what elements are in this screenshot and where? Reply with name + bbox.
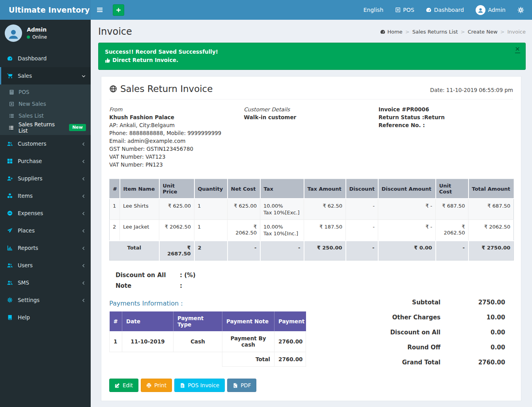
alert-line2: Direct Return Invoice. [112,57,178,63]
plus-icon [116,8,121,13]
sidebar-item-sales-returns-list[interactable]: Sales Returns List New [0,122,91,133]
sidebar-item-label: SMS [18,279,29,286]
breadcrumb-home[interactable]: Home [380,29,402,35]
col-tax-amount: Tax Amount [304,179,346,199]
user-icon [7,28,19,40]
sidebar-item-suppliers[interactable]: Suppliers [0,170,91,187]
from-name: Khush Fashion Palace [109,113,244,121]
bar-chart-icon [6,245,13,251]
col-net-cost: Net Cost [228,179,260,199]
sidebar-item-reports[interactable]: Reports [0,239,91,257]
chevron-down-icon [82,73,86,79]
paper-plane-icon [6,228,13,233]
app-brand[interactable]: Ultimate Inventory [0,0,91,20]
minus-circle-icon [6,210,13,216]
new-badge: New [69,124,86,131]
hamburger-icon [97,7,103,13]
chevron-left-icon [82,210,86,216]
summary-other-charges: Other Charges 10.00 [365,310,505,325]
return-status: Return Status :Return [379,113,513,121]
sidebar-item-label: New Sales [19,101,46,107]
sidebar-item-help[interactable]: Help [0,309,91,326]
nav-dashboard-link[interactable]: Dashboard [426,7,464,13]
quick-add-button[interactable] [113,4,124,16]
chevron-left-icon [82,297,86,303]
col-unit-price: Unit Price [159,179,194,199]
globe-icon [109,85,117,93]
sidebar-item-users[interactable]: Users [0,257,91,274]
note-row: Note : [109,282,513,289]
pos-invoice-button[interactable]: POS Invoice [174,379,225,392]
chevron-left-icon [82,175,86,182]
page-title: Invoice [98,26,132,37]
language-label: English [363,7,383,13]
payment-row-1: 1 11-10-2019 Cash Payment By cash 2760.0… [110,331,306,352]
nav-dashboard-label: Dashboard [434,7,464,13]
sidebar-item-label: Places [18,227,35,234]
plus-square-icon [8,101,15,107]
sidebar-item-sms[interactable]: SMS [0,274,91,291]
success-alert: Success!! Record Saved Successfully! Dir… [98,43,526,70]
list-icon [8,125,15,130]
sidebar-item-new-sales[interactable]: New Sales [0,98,91,110]
note-value: : [180,282,182,289]
user-icon [478,8,483,13]
thumbs-up-icon [105,57,110,63]
user-name: Admin [27,26,47,33]
sidebar-item-customers[interactable]: Customers [0,135,91,152]
from-label: From [109,105,244,113]
edit-icon [115,383,120,388]
item-row-2: 2 Lee Jacket ₹ 2062.50 1 ₹ 2062.50 10.00… [110,220,514,241]
sidebar-item-expenses[interactable]: Expenses [0,204,91,222]
pdf-button[interactable]: PDF [227,379,256,392]
online-status-dot [27,36,30,39]
invoice-date: Date: 11-10-2019 06:55:09 pm [430,87,513,94]
nav-pos-link[interactable]: POS [395,7,414,13]
avatar [5,24,22,42]
sidebar-item-items[interactable]: Items [0,187,91,204]
breadcrumb-create-new[interactable]: Create New [468,29,498,35]
sidebar-item-label: Settings [18,297,39,303]
customer-block: Customer Details Walk-in customer [244,105,378,169]
chevron-left-icon [82,245,86,251]
items-total-row: Total ₹ 2687.50 2 - - ₹ 250.00 - ₹ 0.00 … [110,241,514,261]
items-header-row: # Item Name Unit Price Quantity Net Cost… [110,179,514,199]
col-tax: Tax [260,179,304,199]
col-item-name: Item Name [120,179,159,199]
summary-grand-total: Grand Total 2760.00 [365,355,505,370]
avatar [476,5,485,15]
sidebar-item-sales-list[interactable]: Sales List [0,110,91,122]
language-menu[interactable]: English [363,7,383,13]
col-discount-amount: Discount Amount [378,179,436,199]
chevron-left-icon [82,193,86,199]
note-label: Note [116,282,180,289]
sidebar-toggle-button[interactable] [91,0,109,20]
grid-icon [6,158,13,164]
edit-button[interactable]: Edit [109,379,138,392]
sidebar-item-sales[interactable]: Sales [0,67,91,84]
top-navbar: Ultimate Inventory English POS Dashboard… [0,0,532,20]
sidebar-item-settings[interactable]: Settings [0,291,91,309]
close-icon[interactable]: × [515,46,520,53]
sidebar-item-places[interactable]: Places [0,222,91,239]
settings-menu[interactable] [517,7,524,13]
sidebar-item-dashboard[interactable]: Dashboard [0,50,91,67]
sidebar-item-pos[interactable]: POS [0,86,91,98]
cart-icon [6,73,13,79]
sales-submenu: POS New Sales Sales List Sales Returns L… [0,84,91,135]
users-icon [6,141,13,146]
from-phone: Phone: 8888888888, Mobile: 9999999999 [109,129,244,137]
sidebar-item-purchase[interactable]: Purchase [0,152,91,170]
user-menu[interactable]: Admin [476,5,506,15]
calculator-icon [8,90,15,95]
payments-title: Payments Information : [109,300,330,307]
book-icon [6,315,13,320]
invoice-number: Invoice #PR0006 [379,105,513,113]
print-button[interactable]: Print [141,379,172,392]
col-unit-cost: Unit Cost [436,179,469,199]
breadcrumb-sales-returns-list[interactable]: Sales Returns List [413,29,458,35]
file-text-icon [180,383,185,388]
col-num: # [110,179,120,199]
reference-no: Reference No. : [379,121,513,129]
from-email: Email: admin@example.com [109,137,244,145]
